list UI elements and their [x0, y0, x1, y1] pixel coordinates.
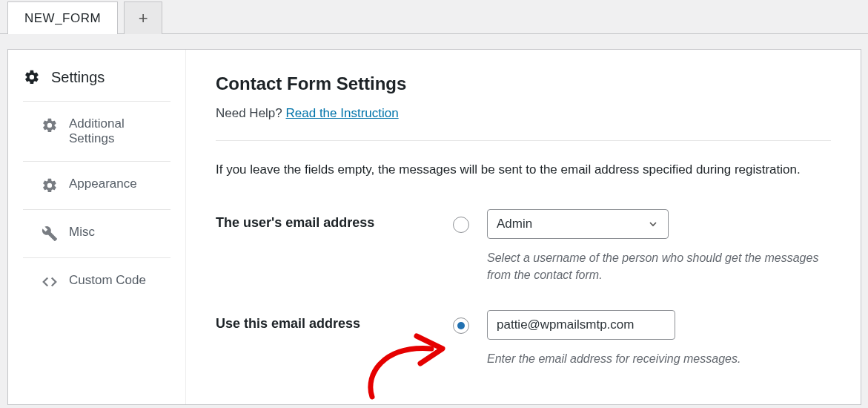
sidebar-item-settings[interactable]: Settings: [8, 68, 185, 101]
help-row: Need Help? Read the Instruction: [216, 106, 831, 141]
field-user-email: The user's email address Admin Select a …: [216, 209, 831, 283]
field-label: The user's email address: [216, 209, 453, 231]
tabs-bar: NEW_FORM +: [0, 0, 868, 34]
sidebar: Settings Additional Settings Appearance: [8, 50, 186, 404]
content-area: Contact Form Settings Need Help? Read th…: [186, 50, 861, 404]
select-value: Admin: [497, 217, 532, 231]
email-input[interactable]: [487, 310, 675, 340]
sidebar-item-label: Additional Settings: [69, 116, 156, 146]
help-prefix: Need Help?: [216, 106, 286, 120]
sidebar-item-label: Settings: [51, 69, 105, 86]
gear-icon: [41, 177, 59, 194]
radio-user-email[interactable]: [453, 217, 469, 233]
field-hint: Select a username of the person who shou…: [487, 249, 828, 283]
tab-new-form[interactable]: NEW_FORM: [7, 1, 118, 34]
sidebar-item-additional-settings[interactable]: Additional Settings: [23, 101, 170, 161]
gear-icon: [41, 116, 59, 134]
intro-text: If you leave the fields empty, the messa…: [216, 160, 816, 180]
plus-icon: +: [139, 9, 148, 27]
gear-icon: [23, 68, 41, 86]
field-label: Use this email address: [216, 310, 453, 332]
sidebar-item-misc[interactable]: Misc: [23, 209, 170, 257]
sidebar-item-label: Appearance: [69, 177, 137, 191]
page-title: Contact Form Settings: [216, 73, 831, 94]
sidebar-item-label: Misc: [69, 225, 95, 240]
sidebar-item-appearance[interactable]: Appearance: [23, 161, 170, 209]
field-use-email: Use this email address Enter the email a…: [216, 310, 831, 367]
chevron-down-icon: [647, 218, 659, 230]
help-link[interactable]: Read the Instruction: [286, 106, 399, 120]
settings-panel: Settings Additional Settings Appearance: [7, 49, 861, 405]
sidebar-item-label: Custom Code: [69, 273, 146, 288]
tab-label: NEW_FORM: [24, 11, 101, 25]
wrench-icon: [41, 225, 59, 243]
radio-use-email[interactable]: [453, 317, 469, 334]
field-hint: Enter the email address for receiving me…: [487, 350, 741, 367]
tab-add-button[interactable]: +: [124, 1, 162, 34]
select-username[interactable]: Admin: [487, 209, 669, 239]
sidebar-item-custom-code[interactable]: Custom Code: [23, 257, 170, 306]
code-icon: [41, 273, 59, 291]
